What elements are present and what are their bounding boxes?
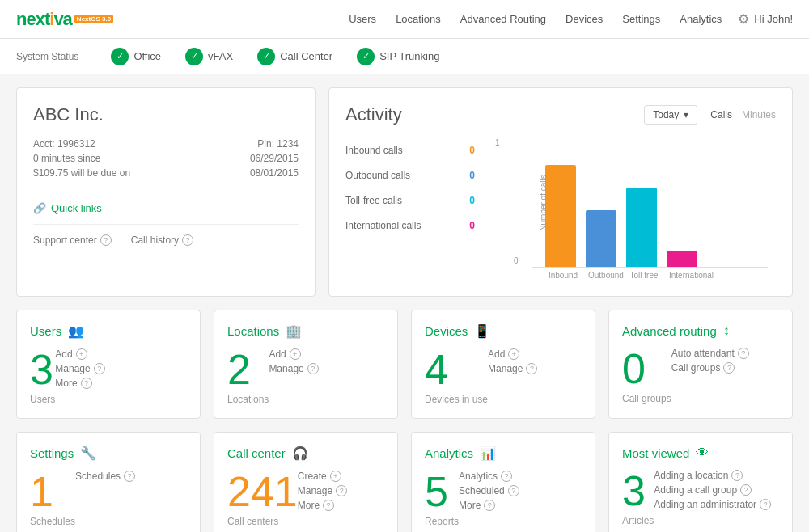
link-icon: 🔗 [33,202,46,214]
aa2-icon: ? [760,499,771,510]
account-name: ABC Inc. [33,104,299,125]
user-menu[interactable]: ⚙ Hi John! [738,11,793,27]
due-label: $109.75 will be due on [33,167,163,179]
mv-count: 3 [622,470,654,512]
devices-add[interactable]: Add + [488,348,537,360]
cc-create-icon: + [330,471,341,482]
users-add[interactable]: Add + [55,348,104,360]
card-mv-title: Most viewed [622,446,689,460]
card-locations-title: Locations [227,324,279,338]
nav-devices[interactable]: Devices [565,13,603,25]
card-settings-title: Settings [30,446,74,460]
auto-attendant[interactable]: Auto attendant ? [671,348,749,359]
view-toggle: Calls Minutes [710,109,776,120]
scheduled-link[interactable]: Scheduled ? [459,485,519,496]
chart-y-max: 1 [495,138,500,147]
nav-locations[interactable]: Locations [396,13,441,25]
schedules[interactable]: Schedules ? [75,471,135,482]
cc-more-icon: ? [323,500,334,511]
sip-icon: ✓ [357,48,375,65]
nav-settings[interactable]: Settings [622,13,660,25]
loc-manage-icon: ? [307,363,319,374]
sched-icon: ? [124,471,135,482]
cc-count: 241 [227,471,298,513]
x-label-intl: International [669,271,700,280]
users-manage[interactable]: Manage ? [55,363,104,374]
divider [33,192,299,192]
logo-text: nextiva [16,9,72,30]
card-cc-header: Call center 🎧 [227,445,384,461]
routing-actions: Auto attendant ? Call groups ? [671,348,749,374]
locations-add[interactable]: Add + [269,348,318,360]
loc-add-icon: + [290,348,301,360]
devices-manage[interactable]: Manage ? [488,363,537,374]
settings-label: Schedules [30,516,75,527]
nav-users[interactable]: Users [349,13,376,25]
call-groups[interactable]: Call groups ? [671,362,749,374]
card-mv-body: 3 Articles Adding a location ? Adding a … [622,470,779,526]
intl-label: International calls [345,220,421,231]
add-icon: + [76,348,87,360]
quick-links[interactable]: 🔗 Quick links [33,202,299,214]
bar-intl [667,251,697,267]
card-mv-header: Most viewed 👁 [622,445,779,460]
main-nav: Users Locations Advanced Routing Devices… [349,13,722,25]
intl-value: 0 [469,220,475,231]
cc-icon: 🎧 [292,445,308,461]
routing-label: Call groups [622,393,671,404]
tollfree-value: 0 [469,195,475,206]
stat-intl: International calls 0 [345,213,475,238]
locations-manage[interactable]: Manage ? [269,363,318,374]
chevron-down-icon: ▾ [684,109,688,120]
cc-more[interactable]: More ? [298,500,347,511]
calls-view[interactable]: Calls [710,109,732,120]
card-routing-title: Advanced routing [622,324,717,338]
adding-location[interactable]: Adding a location ? [654,470,771,481]
subnav-sip[interactable]: ✓ SIP Trunking [357,48,439,65]
chart-container: Number of calls [523,138,776,268]
date2: 08/01/2015 [169,167,299,179]
users-more[interactable]: More ? [55,378,104,389]
outbound-value: 0 [469,170,475,181]
vfax-icon: ✓ [185,48,203,65]
chart-area: 1 Number of calls [491,138,776,280]
subnav-callcenter[interactable]: ✓ Call Center [257,48,332,65]
adding-callgroup[interactable]: Adding a call group ? [654,484,771,496]
nav-analytics[interactable]: Analytics [680,13,722,25]
adding-admin[interactable]: Adding an administrator ? [654,499,771,510]
analytics-more[interactable]: More ? [459,500,519,511]
card-users-body: 3 Users Add + Manage ? More ? [30,348,187,405]
subnav-vfax[interactable]: ✓ vFAX [185,48,233,65]
logo-badge: NextOS 3.0 [74,15,113,23]
card-most-viewed: Most viewed 👁 3 Articles Adding a locati… [608,432,793,532]
minutes-view[interactable]: Minutes [742,109,776,120]
card-devices: Devices 📱 4 Devices in use Add + Manage … [411,310,595,419]
analytics-actions: Analytics ? Scheduled ? More ? [459,471,519,511]
an-icon: ? [501,471,512,482]
main-content: ABC Inc. Acct: 1996312 Pin: 1234 0 minut… [0,74,809,532]
locations-count: 2 [227,348,269,391]
card-devices-title: Devices [425,324,468,338]
bars-container [532,154,768,268]
account-info: Acct: 1996312 Pin: 1234 0 minutes since … [33,138,299,179]
card-advanced-routing: Advanced routing ↕ 0 Call groups Auto at… [608,310,793,419]
users-count: 3 [30,348,55,391]
support-center-link[interactable]: Support center ? [33,234,112,246]
subnav-office[interactable]: ✓ Office [111,48,161,65]
minutes-label: 0 minutes since [33,153,163,164]
analytics-link[interactable]: Analytics ? [459,471,519,482]
date1: 06/29/2015 [169,153,299,164]
period-selector[interactable]: Today ▾ [644,105,697,125]
acg-icon: ? [740,484,752,496]
card-settings-header: Settings 🔧 [30,445,187,461]
bar-group-intl [667,251,697,267]
sub-nav: System Status ✓ Office ✓ vFAX ✓ Call Cen… [0,39,809,74]
outbound-label: Outbound calls [345,170,410,181]
x-label-inbound: Inbound [548,271,578,280]
pin-label: Pin: 1234 [169,138,299,150]
call-history-link[interactable]: Call history ? [131,234,193,246]
cc-create[interactable]: Create + [298,471,347,482]
cc-manage[interactable]: Manage ? [298,485,347,496]
nav-advanced-routing[interactable]: Advanced Routing [460,13,546,25]
header: nextiva NextOS 3.0 Users Locations Advan… [0,0,809,39]
